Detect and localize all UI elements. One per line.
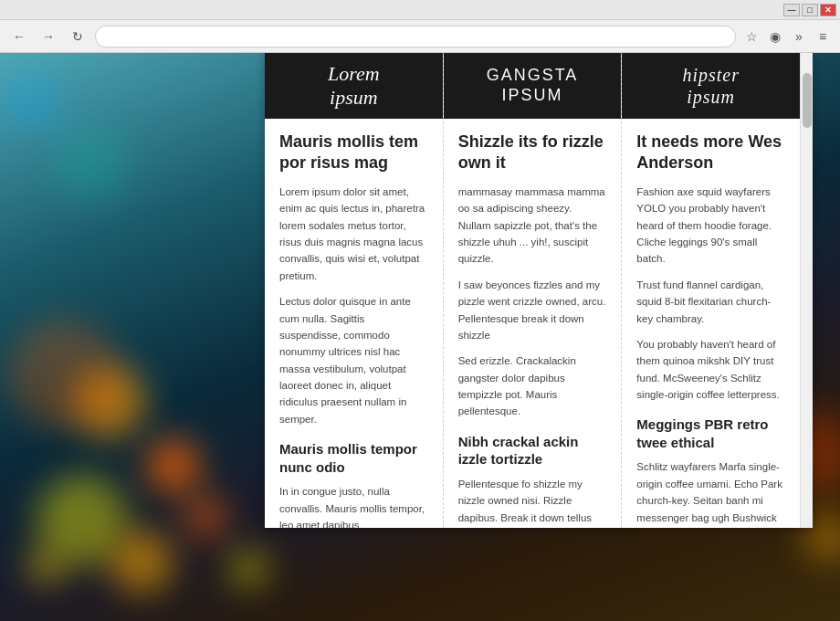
menu-icon[interactable]: ≡	[813, 26, 833, 47]
gangsta-p1: mammasay mammasa mamma oo sa adipiscing …	[458, 184, 607, 268]
column-gangsta: GANGSTAIPSUM Shizzle its fo rizzle own i…	[444, 53, 623, 528]
scrollbar-thumb[interactable]	[803, 73, 812, 128]
scrollbar[interactable]	[800, 53, 813, 528]
chrome-icon[interactable]: ◉	[765, 26, 785, 47]
lorem-subtitle: Mauris mollis tempor nunc odio	[279, 440, 428, 476]
hipster-title: It needs more Wes Anderson	[636, 132, 785, 174]
lorem-logo-text: Loremipsum	[328, 62, 380, 111]
title-bar: — □ ✕	[0, 0, 840, 20]
gangsta-title: Shizzle its fo rizzle own it	[458, 132, 607, 174]
gangsta-header: GANGSTAIPSUM	[444, 53, 622, 119]
hipster-subtitle: Meggings PBR retro twee ethical	[636, 416, 785, 451]
lorem-p3: In in congue justo, nulla convallis. Mau…	[279, 483, 428, 528]
browser-chrome: — □ ✕ ← → ↻ ☆ ◉ » ≡	[0, 0, 840, 53]
hipster-logo: hipsteripsum	[682, 64, 740, 108]
hipster-p3: You probably haven't heard of them quino…	[636, 336, 785, 404]
hipster-p4: Schlitz wayfarers Marfa single-origin co…	[636, 458, 785, 528]
content-area: Loremipsum Mauris mollis tem por risus m…	[0, 53, 840, 621]
column-hipster: hipsteripsum It needs more Wes Anderson …	[622, 53, 800, 528]
gangsta-logo-text: GANGSTAIPSUM	[487, 66, 579, 105]
close-button[interactable]: ✕	[820, 4, 836, 16]
maximize-button[interactable]: □	[802, 4, 818, 16]
nav-bar: ← → ↻ ☆ ◉ » ≡	[0, 20, 840, 53]
hipster-p2: Trust fund flannel cardigan, squid 8-bit…	[636, 277, 785, 327]
column-lorem: Loremipsum Mauris mollis tem por risus m…	[265, 53, 444, 528]
gangsta-p2: I saw beyonces fizzles and my pizzle wen…	[458, 277, 607, 344]
hipster-p1: Fashion axe squid wayfarers YOLO you pro…	[636, 184, 785, 268]
extend-icon[interactable]: »	[789, 26, 809, 47]
lorem-logo: Loremipsum	[328, 62, 380, 111]
back-button[interactable]: ←	[7, 25, 31, 48]
minimize-button[interactable]: —	[783, 4, 800, 16]
window-controls[interactable]: — □ ✕	[783, 4, 836, 16]
lorem-title: Mauris mollis tem por risus mag	[279, 132, 428, 174]
address-bar[interactable]	[95, 26, 736, 47]
lorem-p1: Lorem ipsum dolor sit amet, enim ac quis…	[279, 184, 428, 284]
hipster-header: hipsteripsum	[622, 53, 800, 119]
nav-icons: ☆ ◉ » ≡	[741, 26, 833, 47]
article-container: Loremipsum Mauris mollis tem por risus m…	[265, 53, 813, 528]
lorem-p2: Lectus dolor quisque in ante cum nulla. …	[279, 293, 428, 427]
lorem-header: Loremipsum	[265, 53, 443, 119]
hipster-logo-text: hipsteripsum	[682, 64, 740, 108]
gangsta-p4: Pellentesque fo shizzle my nizzle owned …	[458, 476, 607, 528]
columns-wrapper: Loremipsum Mauris mollis tem por risus m…	[265, 53, 800, 528]
forward-button[interactable]: →	[37, 25, 60, 48]
refresh-button[interactable]: ↻	[66, 25, 89, 48]
star-icon[interactable]: ☆	[741, 26, 761, 47]
gangsta-p3: Sed erizzle. Crackalackin gangster dolor…	[458, 353, 607, 420]
gangsta-subtitle: Nibh crackal ackin izzle tortizzle	[458, 433, 607, 468]
gangsta-logo: GANGSTAIPSUM	[487, 66, 579, 105]
